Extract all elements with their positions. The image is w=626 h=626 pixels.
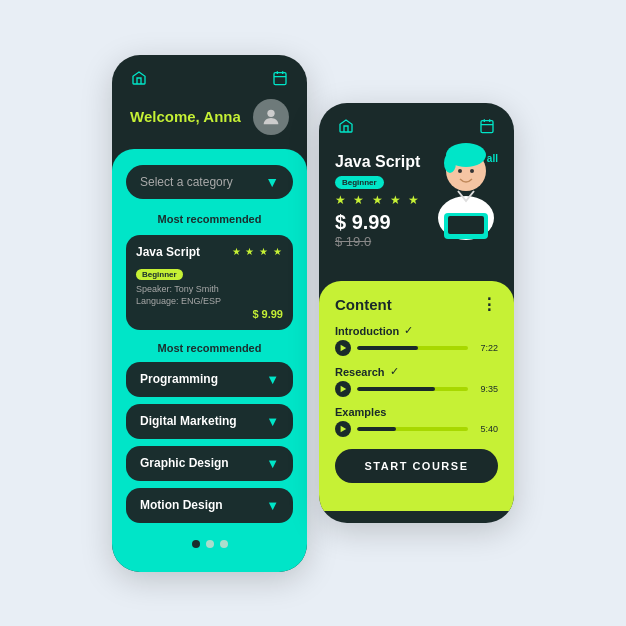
menu-item-graphic-design[interactable]: Graphic Design ▼ [126, 446, 293, 481]
welcome-section: Welcome, Anna [112, 95, 307, 149]
menu-item-label: Graphic Design [140, 456, 229, 470]
hero-badge: Beginner [335, 176, 384, 189]
menu-arrow-icon: ▼ [266, 414, 279, 429]
left-phone: Welcome, Anna Select a category ▼ Most r… [112, 55, 307, 572]
most-recommended-label-2: Most recommended [126, 342, 293, 354]
progress-bar-3 [357, 427, 468, 431]
course-language: Language: ENG/ESP [136, 296, 283, 306]
menu-item-programming[interactable]: Programming ▼ [126, 362, 293, 397]
menu-item-label: Digital Marketing [140, 414, 237, 428]
play-button-1[interactable] [335, 340, 351, 356]
course-speaker: Speaker: Tony Smith [136, 284, 283, 294]
course-card[interactable]: Java Script ★ ★ ★ ★ Beginner Speaker: To… [126, 235, 293, 330]
avatar[interactable] [253, 99, 289, 135]
left-main-content: Select a category ▼ Most recommended Jav… [112, 149, 307, 572]
lesson-name-1: Introduction [335, 325, 399, 337]
svg-rect-16 [448, 216, 484, 234]
lesson-introduction: Introduction ✓ 7:22 [335, 324, 498, 356]
left-top-bar [112, 55, 307, 95]
menu-item-label: Programming [140, 372, 218, 386]
category-select[interactable]: Select a category ▼ [126, 165, 293, 199]
content-menu-icon[interactable]: ⋮ [481, 295, 498, 314]
course-price: $ 9.99 [252, 308, 283, 320]
lesson-time-3: 5:40 [474, 424, 498, 434]
svg-point-12 [444, 153, 456, 173]
svg-rect-5 [481, 121, 493, 133]
svg-rect-0 [274, 72, 286, 84]
svg-point-14 [470, 169, 474, 173]
calendar-icon[interactable] [271, 69, 289, 87]
play-button-2[interactable] [335, 381, 351, 397]
dot-1[interactable] [192, 540, 200, 548]
progress-bar-1 [357, 346, 468, 350]
lesson-research: Research ✓ 9:35 [335, 365, 498, 397]
menu-arrow-icon: ▼ [266, 372, 279, 387]
start-course-button[interactable]: START COURSE [335, 449, 498, 483]
play-button-3[interactable] [335, 421, 351, 437]
right-phone: Java Script See all Beginner ★ ★ ★ ★ ★ $… [319, 103, 514, 523]
lesson-time-2: 9:35 [474, 384, 498, 394]
dot-3[interactable] [220, 540, 228, 548]
instructor-illustration [426, 133, 506, 233]
lesson-name-2: Research [335, 366, 385, 378]
dropdown-arrow-icon: ▼ [265, 174, 279, 190]
most-recommended-label-1: Most recommended [126, 213, 293, 225]
lesson-check-1: ✓ [404, 324, 413, 337]
page-dots [126, 530, 293, 552]
menu-arrow-icon: ▼ [266, 456, 279, 471]
app-container: Welcome, Anna Select a category ▼ Most r… [92, 35, 534, 592]
content-title: Content [335, 296, 392, 313]
course-hero: Java Script See all Beginner ★ ★ ★ ★ ★ $… [319, 143, 514, 273]
menu-item-digital-marketing[interactable]: Digital Marketing ▼ [126, 404, 293, 439]
menu-item-label: Motion Design [140, 498, 223, 512]
lesson-name-3: Examples [335, 406, 386, 418]
progress-bar-2 [357, 387, 468, 391]
svg-marker-17 [341, 345, 347, 351]
content-section: Content ⋮ Introduction ✓ 7:22 [319, 281, 514, 511]
menu-item-motion-design[interactable]: Motion Design ▼ [126, 488, 293, 523]
menu-arrow-icon: ▼ [266, 498, 279, 513]
course-badge: Beginner [136, 269, 183, 280]
lesson-examples: Examples 5:40 [335, 406, 498, 437]
svg-point-4 [267, 109, 274, 116]
lesson-check-2: ✓ [390, 365, 399, 378]
home-icon[interactable] [130, 69, 148, 87]
home-icon-right[interactable] [337, 117, 355, 135]
hero-course-title: Java Script [335, 153, 420, 170]
course-stars: ★ ★ ★ ★ [232, 246, 283, 257]
dot-2[interactable] [206, 540, 214, 548]
content-header: Content ⋮ [335, 295, 498, 314]
svg-point-13 [458, 169, 462, 173]
course-title: Java Script [136, 245, 200, 259]
lesson-time-1: 7:22 [474, 343, 498, 353]
welcome-text: Welcome, Anna [130, 108, 241, 125]
svg-marker-19 [341, 426, 347, 432]
svg-marker-18 [341, 386, 347, 392]
category-placeholder: Select a category [140, 175, 233, 189]
